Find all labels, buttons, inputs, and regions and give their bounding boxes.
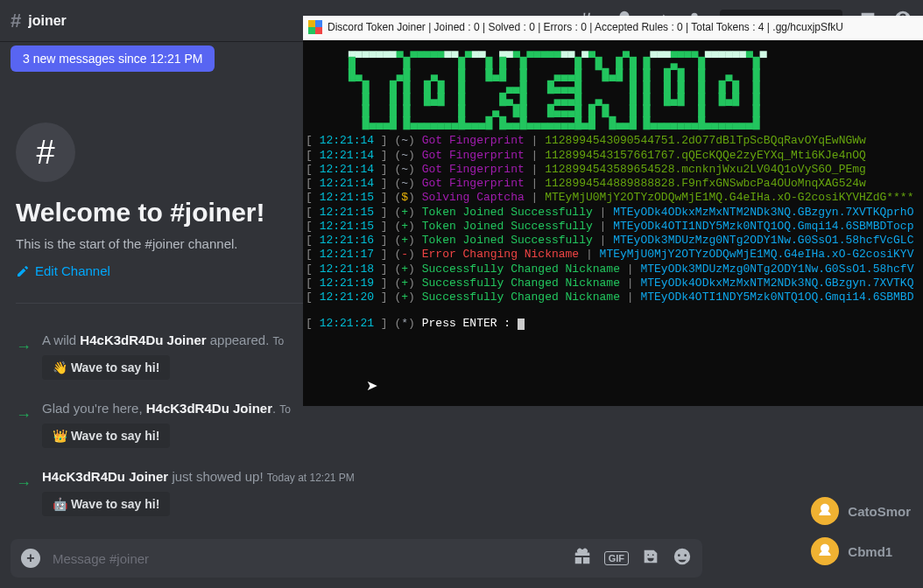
- gif-button[interactable]: GIF: [604, 551, 629, 565]
- wave-button[interactable]: 👋 Wave to say hi!: [42, 355, 170, 380]
- join-row: → H4cK3dR4Du Joiner just showed up! Toda…: [16, 469, 713, 516]
- edit-channel-label: Edit Channel: [35, 263, 110, 278]
- member-item[interactable]: Cbmd1: [811, 537, 911, 565]
- terminal-log: [ 12:21:14 ] (~) Got Fingerprint | 11289…: [303, 134, 923, 331]
- join-arrow-icon: →: [16, 338, 32, 356]
- new-messages-pill[interactable]: 3 new messages since 12:21 PM: [11, 46, 215, 72]
- emoji-icon[interactable]: [673, 547, 692, 570]
- join-message: A wild H4cK3dR4Du Joiner appeared. To: [42, 332, 284, 347]
- join-message: H4cK3dR4Du Joiner just showed up! Today …: [42, 469, 355, 484]
- attach-button[interactable]: +: [21, 549, 40, 568]
- channel-hash-icon: #: [11, 10, 21, 32]
- ascii-banner: ▄▄▄▄▄▄▄▄ ▄▄▄▄▄▄▄ ▄▄▄ ▄▄▄ ▄▄▄▄▄▄▄ ▄▄ ▄ ▄▄…: [303, 40, 923, 134]
- avatar: [811, 537, 839, 565]
- member-name: Cbmd1: [848, 544, 892, 559]
- terminal-title: Discord Token Joiner | Joined : 0 | Solv…: [303, 16, 923, 38]
- avatar: [811, 497, 839, 525]
- wave-button[interactable]: 👑 Wave to say hi!: [42, 424, 170, 448]
- sticker-icon[interactable]: [641, 547, 660, 570]
- wave-button[interactable]: 🤖 Wave to say hi!: [42, 492, 170, 516]
- pencil-icon: [16, 264, 30, 278]
- terminal-window: ▄▄▄▄▄▄▄▄ ▄▄▄▄▄▄▄ ▄▄▄ ▄▄▄ ▄▄▄▄▄▄▄ ▄▄ ▄ ▄▄…: [303, 38, 923, 406]
- join-arrow-icon: →: [16, 406, 32, 424]
- join-arrow-icon: →: [16, 474, 32, 493]
- join-message: Glad you're here, H4cK3dR4Du Joiner. To: [42, 401, 291, 416]
- member-item[interactable]: CatoSmor: [811, 497, 911, 525]
- gift-icon[interactable]: [573, 547, 592, 570]
- member-name: CatoSmor: [848, 504, 911, 519]
- channel-hash-circle: #: [16, 122, 75, 182]
- join-row: → Glad you're here, H4cK3dR4Du Joiner. T…: [16, 401, 713, 448]
- message-input[interactable]: Message #joiner: [53, 551, 560, 566]
